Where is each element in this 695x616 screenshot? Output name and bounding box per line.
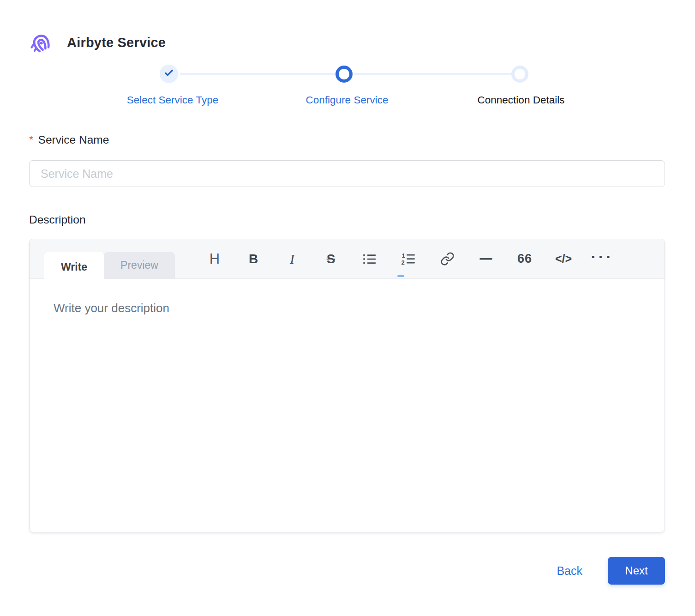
app-header: Airbyte Service <box>29 30 166 54</box>
quote-icon[interactable]: 66 <box>505 252 544 266</box>
next-button[interactable]: Next <box>608 557 665 585</box>
ordered-list-icon[interactable]: 1 2 <box>389 253 428 266</box>
step-upcoming-indicator[interactable] <box>511 66 528 83</box>
airbyte-service-page: Airbyte Service Select Service Type Conf… <box>0 0 695 616</box>
step-label-select-service-type[interactable]: Select Service Type <box>127 94 218 106</box>
horizontal-rule-icon[interactable] <box>467 258 505 260</box>
tab-write[interactable]: Write <box>44 252 104 282</box>
link-icon[interactable] <box>428 252 467 266</box>
required-asterisk: * <box>29 133 34 146</box>
ordered-list-overflow-artifact <box>397 275 404 277</box>
check-icon <box>164 68 174 80</box>
step-label-configure-service[interactable]: Configure Service <box>306 94 389 106</box>
unordered-list-icon[interactable] <box>350 253 389 265</box>
editor-body <box>30 279 665 532</box>
markdown-editor: Write Preview H B I S <box>29 239 665 532</box>
step-current-indicator[interactable] <box>336 66 353 83</box>
wizard-stepper: Select Service Type Configure Service Co… <box>29 64 665 111</box>
airbyte-logo-icon <box>29 30 53 54</box>
stepper-connector-2 <box>354 73 511 75</box>
code-icon[interactable]: </> <box>544 252 583 266</box>
page-title: Airbyte Service <box>67 35 166 50</box>
back-button[interactable]: Back <box>554 564 585 578</box>
step-label-connection-details[interactable]: Connection Details <box>478 94 565 106</box>
service-name-label: *Service Name <box>29 133 109 146</box>
heading-icon[interactable]: H <box>195 251 234 267</box>
description-textarea[interactable] <box>30 279 665 532</box>
italic-icon[interactable]: I <box>273 251 312 267</box>
tab-preview[interactable]: Preview <box>104 252 175 278</box>
step-completed-indicator[interactable] <box>160 65 178 83</box>
description-label: Description <box>29 213 86 226</box>
formatting-toolbar: H B I S 1 2 <box>195 239 622 278</box>
strikethrough-icon[interactable]: S <box>312 252 350 266</box>
wizard-footer: Back Next <box>554 557 665 585</box>
svg-text:2: 2 <box>401 259 405 266</box>
more-icon[interactable]: ··· <box>583 252 622 266</box>
bold-icon[interactable]: B <box>234 252 273 266</box>
markdown-editor-toolbar-bar: Write Preview H B I S <box>30 239 665 279</box>
service-name-input[interactable] <box>29 160 665 187</box>
stepper-connector-1 <box>180 73 336 75</box>
editor-tabs: Write Preview <box>44 252 175 282</box>
svg-text:1: 1 <box>402 253 405 259</box>
